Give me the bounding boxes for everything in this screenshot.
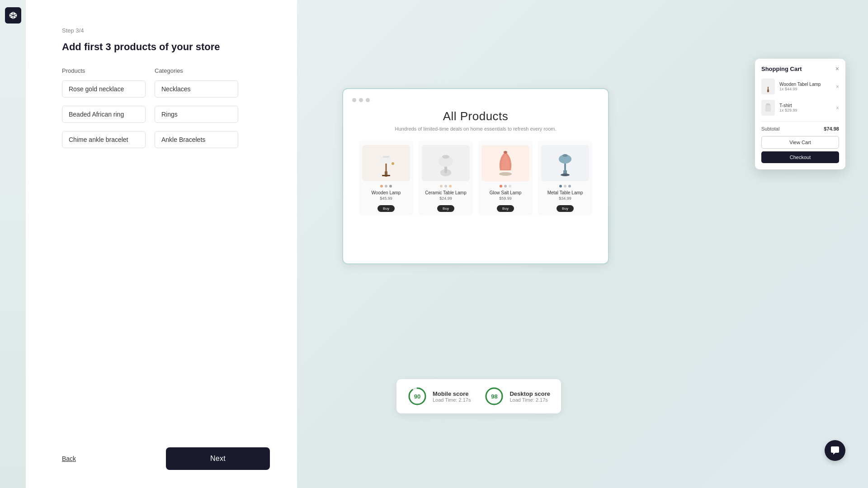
dot-3: [366, 98, 370, 102]
dot-2: [359, 98, 363, 102]
color-dot: [449, 185, 452, 188]
product-name-2: Ceramic Table Lamp: [422, 190, 470, 195]
product-price-3: $59.99: [481, 196, 529, 201]
color-dot: [440, 185, 443, 188]
cart-item-name-1: Wooden Tabel Lamp: [779, 82, 831, 87]
categories-column-header: Categories: [155, 67, 183, 74]
all-products-title: All Products: [352, 109, 599, 123]
product-input-1[interactable]: [62, 80, 146, 98]
cart-item-remove-1[interactable]: ×: [836, 84, 839, 90]
svg-point-5: [392, 162, 394, 165]
desktop-score-info: Desktop score Load Time: 2.17s: [509, 390, 550, 403]
product-input-2[interactable]: [62, 106, 146, 123]
fields-header: Products Categories: [62, 67, 270, 74]
product-input-3[interactable]: [62, 131, 146, 148]
product-price-1: $45.99: [362, 196, 410, 201]
buy-button-1[interactable]: Buy: [377, 205, 395, 212]
buy-button-2[interactable]: Buy: [437, 205, 454, 212]
color-dots-2: [422, 185, 470, 188]
all-products-subtitle: Hundreds of limited-time deals on home e…: [352, 126, 599, 131]
buy-button-4[interactable]: Buy: [557, 205, 574, 212]
cart-header: Shopping Cart ×: [761, 65, 839, 72]
svg-rect-17: [767, 89, 769, 92]
next-button[interactable]: Next: [166, 447, 270, 470]
sidebar: [0, 0, 26, 488]
desktop-score-circle: 98: [484, 386, 504, 406]
checkout-button[interactable]: Checkout: [761, 151, 839, 163]
product-price-2: $24.99: [422, 196, 470, 201]
color-dot: [389, 185, 392, 188]
svg-marker-3: [379, 157, 393, 164]
back-button[interactable]: Back: [62, 455, 76, 462]
cart-item-qty-2: 1x $29.99: [779, 108, 831, 113]
shopping-cart-popup: Shopping Cart × Wooden Tabel Lamp 1x $44…: [755, 59, 845, 169]
store-preview-card: All Products Hundreds of limited-time de…: [342, 88, 609, 264]
chat-bubble-button[interactable]: [825, 440, 845, 461]
color-dot: [500, 185, 502, 188]
category-input-2[interactable]: [155, 106, 238, 123]
cart-item-remove-2[interactable]: ×: [836, 105, 839, 111]
cart-close-button[interactable]: ×: [835, 65, 839, 72]
dot-1: [352, 98, 356, 102]
products-column-header: Products: [62, 67, 146, 74]
svg-rect-21: [766, 103, 770, 105]
performance-scores: 90 Mobile score Load Time: 2.17s 98 Desk…: [396, 379, 561, 413]
svg-point-13: [561, 174, 570, 176]
product-name-4: Metal Table Lamp: [541, 190, 589, 195]
desktop-score-number: 98: [491, 393, 497, 400]
svg-marker-19: [765, 84, 771, 87]
product-image-1: [362, 145, 410, 181]
product-image-3: [481, 145, 529, 181]
color-dot: [380, 185, 383, 188]
view-cart-button[interactable]: View Cart: [761, 136, 839, 149]
product-price-4: $34.99: [541, 196, 589, 201]
product-image-4: [541, 145, 589, 181]
bottom-actions: Back Next: [62, 447, 270, 470]
mobile-score-sub: Load Time: 2.17s: [433, 397, 471, 403]
preview-panel: All Products Hundreds of limited-time de…: [297, 0, 868, 488]
color-dot: [509, 185, 511, 188]
color-dot: [568, 185, 571, 188]
cart-divider: [761, 121, 839, 122]
color-dot: [559, 185, 562, 188]
product-row-1: [62, 80, 270, 98]
mobile-score-number: 90: [414, 393, 420, 400]
form-title: Add first 3 products of your store: [62, 41, 270, 53]
mobile-score-info: Mobile score Load Time: 2.17s: [433, 390, 471, 403]
color-dots-1: [362, 185, 410, 188]
product-card-4: Metal Table Lamp $34.99 Buy: [538, 141, 593, 216]
cart-title: Shopping Cart: [761, 66, 802, 72]
color-dots-3: [481, 185, 529, 188]
subtotal-amount: $74.98: [824, 126, 839, 131]
color-dot: [564, 185, 566, 188]
category-input-1[interactable]: [155, 80, 238, 98]
svg-point-10: [499, 172, 512, 176]
cart-item-2: T-shirt 1x $29.99 ×: [761, 100, 839, 116]
svg-rect-1: [382, 175, 390, 176]
svg-point-11: [504, 151, 507, 154]
product-card-1: Wooden Lamp $45.99 Buy: [359, 141, 414, 216]
product-name-1: Wooden Lamp: [362, 190, 410, 195]
desktop-score-sub: Load Time: 2.17s: [509, 397, 550, 403]
svg-rect-4: [383, 156, 389, 158]
buy-button-3[interactable]: Buy: [497, 205, 514, 212]
cart-item-info-1: Wooden Tabel Lamp 1x $44.99: [779, 82, 831, 91]
category-input-3[interactable]: [155, 131, 238, 148]
cart-item-1: Wooden Tabel Lamp 1x $44.99 ×: [761, 79, 839, 94]
subtotal-label: Subtotal: [761, 126, 779, 131]
product-row-3: [62, 131, 270, 148]
product-image-2: [422, 145, 470, 181]
color-dot: [385, 185, 387, 188]
color-dots-4: [541, 185, 589, 188]
products-grid: Wooden Lamp $45.99 Buy: [352, 141, 599, 216]
product-name-3: Glow Salt Lamp: [481, 190, 529, 195]
step-label: Step 3/4: [62, 27, 270, 34]
cart-item-image-2: [761, 100, 775, 116]
color-dot: [504, 185, 507, 188]
store-content: All Products Hundreds of limited-time de…: [352, 109, 599, 216]
cart-item-image-1: [761, 79, 775, 94]
svg-point-9: [442, 155, 449, 159]
cart-item-qty-1: 1x $44.99: [779, 87, 831, 91]
desktop-score-label: Desktop score: [509, 390, 550, 397]
cart-item-name-2: T-shirt: [779, 103, 831, 108]
